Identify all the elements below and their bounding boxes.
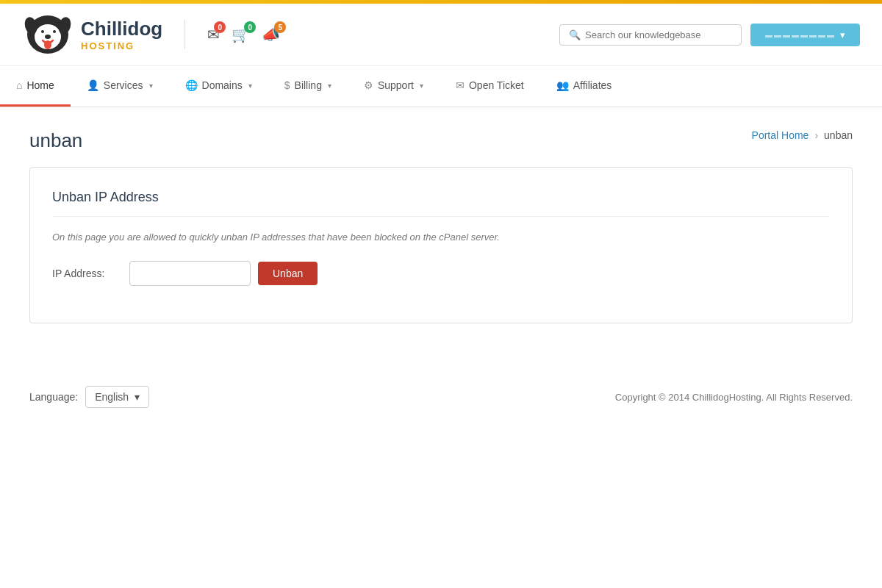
services-chevron: ▾ bbox=[149, 82, 153, 90]
nav-label-open-ticket: Open Ticket bbox=[469, 79, 524, 91]
nav-label-affiliates: Affiliates bbox=[573, 79, 612, 91]
announce-icon-btn[interactable]: 📣 5 bbox=[262, 26, 280, 43]
orders-badge: 0 bbox=[244, 21, 256, 33]
logo-icon bbox=[22, 12, 74, 57]
copyright-text: Copyright © 2014 ChillidogHosting. All R… bbox=[615, 392, 853, 403]
user-menu-label: ▬▬▬▬▬▬▬▬ bbox=[765, 31, 836, 39]
main-content: unban Portal Home › unban Unban IP Addre… bbox=[0, 107, 882, 345]
page-header: unban Portal Home › unban bbox=[29, 129, 853, 152]
logo-sub-text: HOSTING bbox=[81, 40, 162, 52]
language-area: Language: English ▾ bbox=[29, 386, 149, 408]
nav-bar: ⌂ Home 👤 Services ▾ 🌐 Domains ▾ $ Billin… bbox=[0, 66, 882, 107]
breadcrumb-separator: › bbox=[814, 129, 818, 141]
ip-label: IP Address: bbox=[52, 268, 122, 279]
orders-icon-btn[interactable]: 🛒 0 bbox=[232, 26, 250, 43]
language-label: Language: bbox=[29, 391, 78, 403]
footer: Language: English ▾ Copyright © 2014 Chi… bbox=[0, 368, 882, 426]
open-ticket-nav-icon: ✉ bbox=[456, 79, 465, 91]
nav-label-support: Support bbox=[378, 79, 414, 91]
logo-main-text: Chillidog bbox=[81, 18, 162, 40]
breadcrumb-home[interactable]: Portal Home bbox=[752, 129, 809, 141]
header-icons: ✉ 0 🛒 0 📣 5 bbox=[207, 26, 280, 43]
nav-item-services[interactable]: 👤 Services ▾ bbox=[71, 66, 169, 107]
unban-card: Unban IP Address On this page you are al… bbox=[29, 167, 853, 323]
email-badge: 0 bbox=[214, 21, 226, 33]
affiliates-nav-icon: 👥 bbox=[556, 79, 569, 91]
nav-item-domains[interactable]: 🌐 Domains ▾ bbox=[169, 66, 268, 107]
svg-point-5 bbox=[53, 30, 56, 33]
language-chevron-icon: ▾ bbox=[135, 391, 140, 403]
page-title: unban bbox=[29, 129, 82, 152]
svg-point-4 bbox=[41, 30, 44, 33]
user-menu-button[interactable]: ▬▬▬▬▬▬▬▬ ▾ bbox=[750, 24, 860, 46]
logo-text: Chillidog HOSTING bbox=[81, 18, 162, 52]
billing-chevron: ▾ bbox=[328, 82, 331, 90]
logo-area: Chillidog HOSTING bbox=[22, 12, 162, 57]
language-value: English bbox=[95, 391, 129, 403]
home-nav-icon: ⌂ bbox=[16, 79, 22, 91]
nav-item-affiliates[interactable]: 👥 Affiliates bbox=[540, 66, 628, 107]
svg-point-6 bbox=[45, 35, 51, 39]
svg-point-9 bbox=[44, 40, 51, 49]
email-icon-btn[interactable]: ✉ 0 bbox=[207, 26, 220, 43]
header-divider bbox=[184, 20, 185, 49]
breadcrumb: Portal Home › unban bbox=[752, 129, 853, 141]
ip-form-row: IP Address: Unban bbox=[52, 261, 830, 286]
card-description: On this page you are allowed to quickly … bbox=[52, 232, 830, 243]
language-select[interactable]: English ▾ bbox=[85, 386, 149, 408]
unban-button[interactable]: Unban bbox=[258, 262, 318, 285]
nav-item-support[interactable]: ⚙ Support ▾ bbox=[348, 66, 440, 107]
ip-address-input[interactable] bbox=[129, 261, 251, 286]
nav-label-domains: Domains bbox=[202, 79, 243, 91]
breadcrumb-current: unban bbox=[824, 129, 853, 141]
nav-item-billing[interactable]: $ Billing ▾ bbox=[268, 66, 348, 107]
search-box: 🔍 bbox=[559, 24, 742, 46]
domains-chevron: ▾ bbox=[248, 82, 252, 90]
support-chevron: ▾ bbox=[420, 82, 423, 90]
domains-nav-icon: 🌐 bbox=[185, 79, 198, 91]
support-nav-icon: ⚙ bbox=[364, 79, 373, 91]
search-input[interactable] bbox=[585, 29, 732, 40]
header: Chillidog HOSTING ✉ 0 🛒 0 📣 5 🔍 ▬▬▬▬▬▬▬▬… bbox=[0, 4, 882, 66]
search-icon: 🔍 bbox=[569, 29, 581, 40]
nav-label-home: Home bbox=[26, 79, 54, 91]
nav-label-billing: Billing bbox=[295, 79, 322, 91]
billing-nav-icon: $ bbox=[284, 79, 290, 91]
services-nav-icon: 👤 bbox=[87, 79, 99, 91]
user-menu-chevron: ▾ bbox=[840, 29, 845, 40]
card-title: Unban IP Address bbox=[52, 190, 830, 217]
header-right: 🔍 ▬▬▬▬▬▬▬▬ ▾ bbox=[559, 24, 860, 46]
announce-badge: 5 bbox=[274, 21, 286, 33]
nav-item-home[interactable]: ⌂ Home bbox=[0, 66, 71, 107]
nav-item-open-ticket[interactable]: ✉ Open Ticket bbox=[440, 66, 540, 107]
nav-label-services: Services bbox=[104, 79, 143, 91]
